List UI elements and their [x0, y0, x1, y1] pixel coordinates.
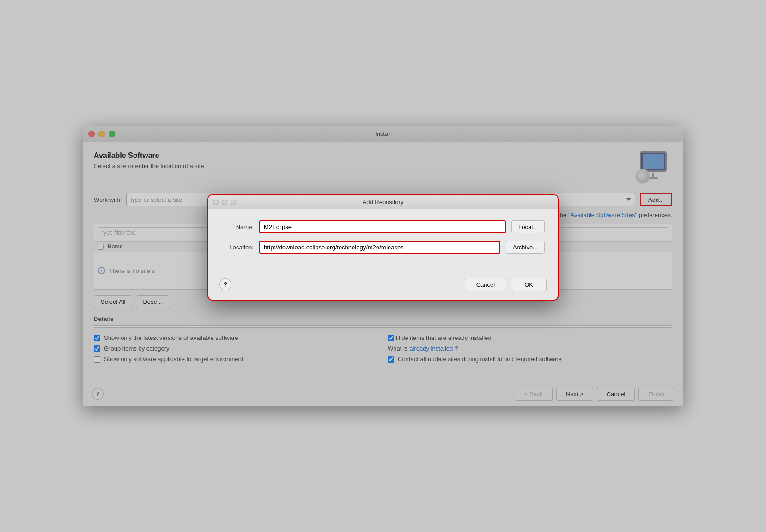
modal-tb-buttons: [213, 200, 236, 205]
modal-footer: ? Cancel OK: [208, 272, 558, 300]
modal-ok-button[interactable]: OK: [511, 278, 547, 291]
modal-content: Name: Local... Location: Archive...: [208, 209, 558, 272]
modal-overlay: Add Repository Name: Local... Location: …: [83, 126, 683, 406]
modal-local-button[interactable]: Local...: [511, 220, 545, 233]
modal-name-label: Name:: [221, 224, 254, 230]
modal-location-label: Location:: [221, 244, 254, 251]
main-window: Install Available Software Select a site…: [83, 126, 683, 406]
modal-minimize-btn[interactable]: [222, 200, 227, 205]
modal-title-bar: Add Repository: [208, 195, 558, 209]
modal-name-input[interactable]: [259, 220, 506, 233]
modal-archive-button[interactable]: Archive...: [506, 241, 545, 254]
modal-name-row: Name: Local...: [221, 220, 545, 233]
add-repository-modal: Add Repository Name: Local... Location: …: [207, 194, 559, 301]
modal-maximize-btn[interactable]: [231, 200, 236, 205]
modal-action-buttons: Cancel OK: [465, 278, 547, 291]
modal-help-button[interactable]: ?: [219, 278, 231, 290]
modal-location-row: Location: Archive...: [221, 241, 545, 254]
modal-cancel-button[interactable]: Cancel: [465, 278, 506, 291]
modal-location-input[interactable]: [259, 241, 500, 254]
modal-close-btn[interactable]: [213, 200, 219, 205]
modal-title: Add Repository: [363, 199, 404, 206]
